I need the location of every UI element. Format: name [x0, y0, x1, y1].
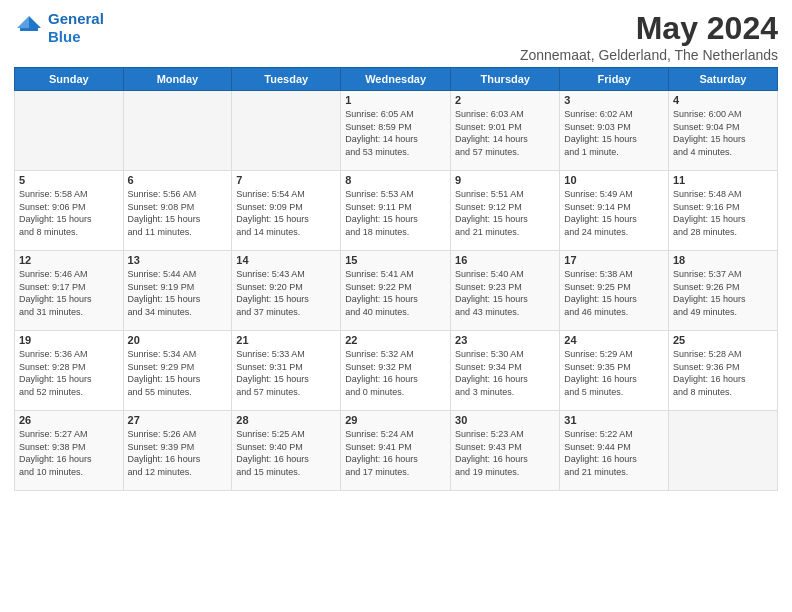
day-number: 9: [455, 174, 555, 186]
day-number: 26: [19, 414, 119, 426]
day-info: Sunrise: 5:33 AM Sunset: 9:31 PM Dayligh…: [236, 348, 336, 398]
day-info: Sunrise: 5:22 AM Sunset: 9:44 PM Dayligh…: [564, 428, 664, 478]
calendar-body: 1Sunrise: 6:05 AM Sunset: 8:59 PM Daylig…: [15, 91, 778, 491]
day-cell: [232, 91, 341, 171]
day-number: 18: [673, 254, 773, 266]
day-info: Sunrise: 6:05 AM Sunset: 8:59 PM Dayligh…: [345, 108, 446, 158]
day-info: Sunrise: 6:03 AM Sunset: 9:01 PM Dayligh…: [455, 108, 555, 158]
day-number: 10: [564, 174, 664, 186]
calendar-header: SundayMondayTuesdayWednesdayThursdayFrid…: [15, 68, 778, 91]
day-cell: 17Sunrise: 5:38 AM Sunset: 9:25 PM Dayli…: [560, 251, 669, 331]
logo-icon: [14, 13, 44, 43]
day-cell: 22Sunrise: 5:32 AM Sunset: 9:32 PM Dayli…: [341, 331, 451, 411]
logo-text: General Blue: [48, 10, 104, 46]
day-number: 11: [673, 174, 773, 186]
day-number: 13: [128, 254, 228, 266]
day-info: Sunrise: 5:26 AM Sunset: 9:39 PM Dayligh…: [128, 428, 228, 478]
day-cell: 31Sunrise: 5:22 AM Sunset: 9:44 PM Dayli…: [560, 411, 669, 491]
week-row-2: 5Sunrise: 5:58 AM Sunset: 9:06 PM Daylig…: [15, 171, 778, 251]
day-cell: 5Sunrise: 5:58 AM Sunset: 9:06 PM Daylig…: [15, 171, 124, 251]
day-info: Sunrise: 5:25 AM Sunset: 9:40 PM Dayligh…: [236, 428, 336, 478]
day-cell: 29Sunrise: 5:24 AM Sunset: 9:41 PM Dayli…: [341, 411, 451, 491]
day-info: Sunrise: 5:48 AM Sunset: 9:16 PM Dayligh…: [673, 188, 773, 238]
day-number: 22: [345, 334, 446, 346]
day-cell: 14Sunrise: 5:43 AM Sunset: 9:20 PM Dayli…: [232, 251, 341, 331]
day-info: Sunrise: 5:54 AM Sunset: 9:09 PM Dayligh…: [236, 188, 336, 238]
day-cell: 15Sunrise: 5:41 AM Sunset: 9:22 PM Dayli…: [341, 251, 451, 331]
day-cell: 19Sunrise: 5:36 AM Sunset: 9:28 PM Dayli…: [15, 331, 124, 411]
day-info: Sunrise: 5:51 AM Sunset: 9:12 PM Dayligh…: [455, 188, 555, 238]
day-info: Sunrise: 5:46 AM Sunset: 9:17 PM Dayligh…: [19, 268, 119, 318]
day-number: 8: [345, 174, 446, 186]
logo-general: General: [48, 10, 104, 27]
weekday-header-wednesday: Wednesday: [341, 68, 451, 91]
weekday-header-sunday: Sunday: [15, 68, 124, 91]
day-cell: 28Sunrise: 5:25 AM Sunset: 9:40 PM Dayli…: [232, 411, 341, 491]
day-cell: 23Sunrise: 5:30 AM Sunset: 9:34 PM Dayli…: [451, 331, 560, 411]
day-number: 23: [455, 334, 555, 346]
weekday-header-tuesday: Tuesday: [232, 68, 341, 91]
svg-rect-2: [20, 28, 38, 31]
day-number: 3: [564, 94, 664, 106]
day-cell: 26Sunrise: 5:27 AM Sunset: 9:38 PM Dayli…: [15, 411, 124, 491]
day-info: Sunrise: 5:43 AM Sunset: 9:20 PM Dayligh…: [236, 268, 336, 318]
day-number: 7: [236, 174, 336, 186]
day-number: 16: [455, 254, 555, 266]
day-number: 4: [673, 94, 773, 106]
day-info: Sunrise: 5:56 AM Sunset: 9:08 PM Dayligh…: [128, 188, 228, 238]
day-cell: 10Sunrise: 5:49 AM Sunset: 9:14 PM Dayli…: [560, 171, 669, 251]
day-cell: 9Sunrise: 5:51 AM Sunset: 9:12 PM Daylig…: [451, 171, 560, 251]
day-cell: 12Sunrise: 5:46 AM Sunset: 9:17 PM Dayli…: [15, 251, 124, 331]
svg-marker-1: [17, 16, 29, 28]
logo-blue: Blue: [48, 28, 104, 46]
day-number: 1: [345, 94, 446, 106]
day-number: 12: [19, 254, 119, 266]
day-cell: 27Sunrise: 5:26 AM Sunset: 9:39 PM Dayli…: [123, 411, 232, 491]
day-info: Sunrise: 6:02 AM Sunset: 9:03 PM Dayligh…: [564, 108, 664, 158]
day-number: 14: [236, 254, 336, 266]
calendar-table: SundayMondayTuesdayWednesdayThursdayFrid…: [14, 67, 778, 491]
day-cell: 18Sunrise: 5:37 AM Sunset: 9:26 PM Dayli…: [668, 251, 777, 331]
day-number: 19: [19, 334, 119, 346]
day-number: 15: [345, 254, 446, 266]
day-cell: 30Sunrise: 5:23 AM Sunset: 9:43 PM Dayli…: [451, 411, 560, 491]
header: General Blue May 2024 Zonnemaat, Gelderl…: [14, 10, 778, 63]
day-cell: 20Sunrise: 5:34 AM Sunset: 9:29 PM Dayli…: [123, 331, 232, 411]
weekday-header-thursday: Thursday: [451, 68, 560, 91]
day-number: 6: [128, 174, 228, 186]
day-info: Sunrise: 5:44 AM Sunset: 9:19 PM Dayligh…: [128, 268, 228, 318]
day-number: 17: [564, 254, 664, 266]
day-info: Sunrise: 5:37 AM Sunset: 9:26 PM Dayligh…: [673, 268, 773, 318]
day-number: 21: [236, 334, 336, 346]
day-info: Sunrise: 5:38 AM Sunset: 9:25 PM Dayligh…: [564, 268, 664, 318]
day-cell: 8Sunrise: 5:53 AM Sunset: 9:11 PM Daylig…: [341, 171, 451, 251]
day-cell: 2Sunrise: 6:03 AM Sunset: 9:01 PM Daylig…: [451, 91, 560, 171]
day-cell: 1Sunrise: 6:05 AM Sunset: 8:59 PM Daylig…: [341, 91, 451, 171]
day-info: Sunrise: 5:30 AM Sunset: 9:34 PM Dayligh…: [455, 348, 555, 398]
logo: General Blue: [14, 10, 104, 46]
day-number: 29: [345, 414, 446, 426]
day-cell: 7Sunrise: 5:54 AM Sunset: 9:09 PM Daylig…: [232, 171, 341, 251]
day-info: Sunrise: 5:34 AM Sunset: 9:29 PM Dayligh…: [128, 348, 228, 398]
day-info: Sunrise: 5:40 AM Sunset: 9:23 PM Dayligh…: [455, 268, 555, 318]
weekday-header-row: SundayMondayTuesdayWednesdayThursdayFrid…: [15, 68, 778, 91]
weekday-header-monday: Monday: [123, 68, 232, 91]
weekday-header-saturday: Saturday: [668, 68, 777, 91]
day-cell: 13Sunrise: 5:44 AM Sunset: 9:19 PM Dayli…: [123, 251, 232, 331]
svg-marker-0: [29, 16, 41, 28]
day-cell: [15, 91, 124, 171]
day-info: Sunrise: 5:41 AM Sunset: 9:22 PM Dayligh…: [345, 268, 446, 318]
day-cell: 11Sunrise: 5:48 AM Sunset: 9:16 PM Dayli…: [668, 171, 777, 251]
day-cell: [668, 411, 777, 491]
weekday-header-friday: Friday: [560, 68, 669, 91]
day-info: Sunrise: 6:00 AM Sunset: 9:04 PM Dayligh…: [673, 108, 773, 158]
day-info: Sunrise: 5:23 AM Sunset: 9:43 PM Dayligh…: [455, 428, 555, 478]
day-info: Sunrise: 5:29 AM Sunset: 9:35 PM Dayligh…: [564, 348, 664, 398]
day-info: Sunrise: 5:58 AM Sunset: 9:06 PM Dayligh…: [19, 188, 119, 238]
week-row-5: 26Sunrise: 5:27 AM Sunset: 9:38 PM Dayli…: [15, 411, 778, 491]
day-number: 2: [455, 94, 555, 106]
day-number: 28: [236, 414, 336, 426]
day-number: 30: [455, 414, 555, 426]
week-row-4: 19Sunrise: 5:36 AM Sunset: 9:28 PM Dayli…: [15, 331, 778, 411]
day-info: Sunrise: 5:24 AM Sunset: 9:41 PM Dayligh…: [345, 428, 446, 478]
